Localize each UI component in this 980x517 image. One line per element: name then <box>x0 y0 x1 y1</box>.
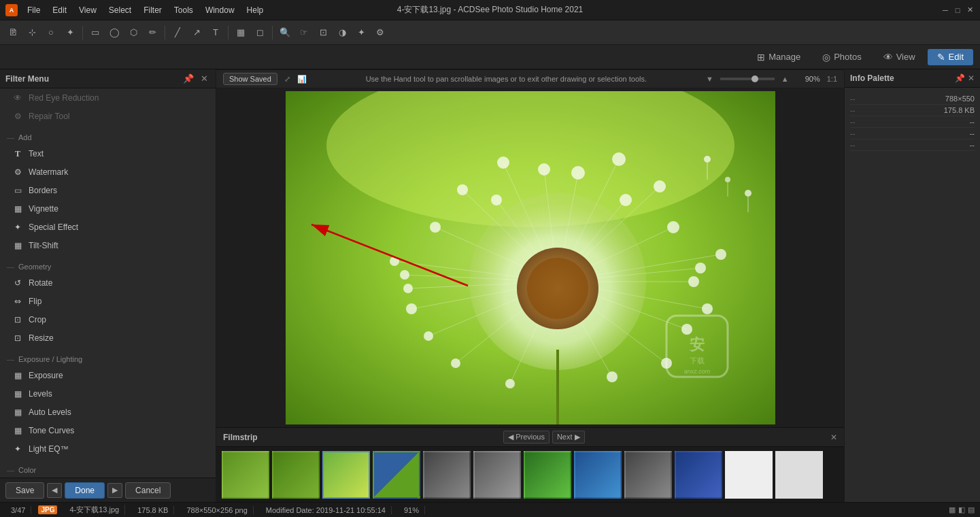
menu-select[interactable]: Select <box>103 4 137 16</box>
next-nav-button[interactable]: ▶ <box>107 483 122 498</box>
toolbar-btn-hand[interactable]: ☞ <box>295 24 313 41</box>
prev-button[interactable]: ◀ Previous <box>503 431 550 444</box>
panel-header-btns: 📌 ✕ <box>181 73 210 84</box>
chart-icon[interactable]: 📊 <box>297 75 307 84</box>
toolbar-btn-lasso[interactable]: ○ <box>42 24 60 41</box>
zoom-slider-area[interactable] <box>720 78 775 80</box>
tab-edit[interactable]: ✎ Edit <box>928 49 973 65</box>
toolbar-btn-select[interactable]: ⊹ <box>23 24 41 41</box>
menu-crop[interactable]: ⊡ Crop <box>3 311 213 329</box>
toolbar-btn-freeform[interactable]: ✏ <box>143 24 161 41</box>
view-icon-3[interactable]: ▤ <box>968 505 975 514</box>
thumb-12[interactable] <box>775 451 823 499</box>
menu-repair-tool[interactable]: ⚙ Repair Tool <box>3 107 213 125</box>
toolbar-btn-eyedrop[interactable]: ✦ <box>352 24 370 41</box>
thumb-3[interactable] <box>322 451 370 499</box>
menu-borders[interactable]: ▭ Borders <box>3 182 213 199</box>
svg-point-52 <box>527 258 588 319</box>
filmstrip-close-button[interactable]: ✕ <box>830 433 837 442</box>
thumb-9[interactable] <box>624 451 672 499</box>
menu-watermark[interactable]: ⚙ Watermark <box>3 163 213 181</box>
thumb-10[interactable] <box>675 451 722 499</box>
tab-view[interactable]: 👁 View <box>874 49 925 65</box>
save-button[interactable]: Save <box>5 482 44 499</box>
zoom-out-icon[interactable]: ▼ <box>706 75 713 83</box>
menu-resize[interactable]: ⊡ Resize <box>3 329 213 347</box>
prev-nav-button[interactable]: ◀ <box>47 483 62 498</box>
filmstrip-thumbs[interactable] <box>216 447 844 502</box>
svg-point-30 <box>681 324 692 335</box>
menu-label: Special Effect <box>29 222 78 232</box>
toolbar-btn-new[interactable]: 🖹 <box>4 24 22 41</box>
show-saved-button[interactable]: Show Saved <box>223 73 277 85</box>
thumb-8[interactable] <box>574 451 622 499</box>
panel-title: Filter Menu <box>5 74 49 84</box>
menu-vignette[interactable]: ▦ Vignette <box>3 200 213 218</box>
menu-light-eq[interactable]: ✦ Light EQ™ <box>3 440 213 458</box>
toolbar-btn-fill[interactable]: ▦ <box>232 24 250 41</box>
close-button[interactable]: ✕ <box>965 5 975 15</box>
toolbar-btn-crop[interactable]: ⊡ <box>314 24 332 41</box>
status-filesize: 175.8 KB <box>132 506 174 514</box>
toolbar-btn-zoom[interactable]: 🔍 <box>276 24 294 41</box>
menu-levels[interactable]: ▦ Levels <box>3 385 213 403</box>
crop-icon: ⊡ <box>12 314 23 325</box>
toolbar-btn-text[interactable]: T <box>207 24 224 41</box>
tilt-shift-icon: ▦ <box>12 240 23 251</box>
toolbar-btn-rect[interactable]: ▭ <box>86 24 104 41</box>
toolbar-btn-eraser[interactable]: ◻ <box>251 24 269 41</box>
menu-tilt-shift[interactable]: ▦ Tilt-Shift <box>3 237 213 254</box>
menu-tone-curves[interactable]: ▦ Tone Curves <box>3 422 213 439</box>
minimize-button[interactable]: ─ <box>941 5 950 15</box>
svg-point-59 <box>704 156 711 163</box>
menu-exposure[interactable]: ▦ Exposure <box>3 367 213 384</box>
menu-red-eye-reduction[interactable]: 👁 Red Eye Reduction <box>3 89 213 107</box>
info-close-button[interactable]: ✕ <box>968 73 975 83</box>
panel-pin-button[interactable]: 📌 <box>181 73 196 84</box>
thumb-4[interactable] <box>373 451 420 499</box>
toolbar-btn-arrow[interactable]: ↗ <box>188 24 205 41</box>
menu-label: Tone Curves <box>29 426 74 435</box>
view-icon-1[interactable]: ▦ <box>949 505 956 514</box>
view-icon: 👁 <box>883 52 893 63</box>
menu-special-effect[interactable]: ✦ Special Effect <box>3 218 213 236</box>
toolbar-btn-color[interactable]: ◑ <box>333 24 351 41</box>
toolbar-btn-poly[interactable]: ⬡ <box>124 24 142 41</box>
thumb-1[interactable] <box>222 451 269 499</box>
menu-file[interactable]: File <box>22 4 46 16</box>
menu-auto-levels[interactable]: ▦ Auto Levels <box>3 403 213 421</box>
expand-icon[interactable]: ⤢ <box>284 75 290 84</box>
next-button[interactable]: Next ▶ <box>552 431 585 444</box>
info-pin-button[interactable]: 📌 <box>955 73 965 83</box>
cancel-button[interactable]: Cancel <box>125 482 171 499</box>
zoom-in-icon[interactable]: ▲ <box>781 75 789 83</box>
menu-view[interactable]: View <box>73 4 102 16</box>
toolbar-btn-ellipse[interactable]: ◯ <box>105 24 123 41</box>
tab-photos[interactable]: ◎ Photos <box>813 49 871 65</box>
menu-text[interactable]: T Text <box>3 145 213 163</box>
view-icon-2[interactable]: ◧ <box>958 505 965 514</box>
toolbar-btn-line[interactable]: ╱ <box>169 24 186 41</box>
menu-help[interactable]: Help <box>241 4 269 16</box>
canvas-image-area: 安 下载 anxz.com <box>216 88 844 427</box>
thumb-2[interactable] <box>272 451 320 499</box>
thumb-5[interactable] <box>423 451 471 499</box>
done-button[interactable]: Done <box>65 482 105 499</box>
tab-manage[interactable]: ⊞ Manage <box>747 49 810 65</box>
toolbar-btn-magic[interactable]: ✦ <box>61 24 79 41</box>
menu-rotate[interactable]: ↺ Rotate <box>3 274 213 292</box>
svg-point-43 <box>505 379 515 388</box>
toolbar-btn-settings[interactable]: ⚙ <box>371 24 389 41</box>
menu-edit[interactable]: Edit <box>47 4 72 16</box>
maximize-button[interactable]: □ <box>953 5 962 15</box>
menu-filter[interactable]: Filter <box>138 4 167 16</box>
thumb-11[interactable] <box>725 451 773 499</box>
menu-flip[interactable]: ⇔ Flip <box>3 293 213 310</box>
section-color-header: — Color <box>0 461 216 477</box>
menu-tools[interactable]: Tools <box>169 4 199 16</box>
panel-close-button[interactable]: ✕ <box>199 73 210 84</box>
panel-scroll[interactable]: 👁 Red Eye Reduction ⚙ Repair Tool — Add … <box>0 88 216 478</box>
thumb-7[interactable] <box>524 451 571 499</box>
menu-window[interactable]: Window <box>200 4 240 16</box>
thumb-6[interactable] <box>473 451 521 499</box>
